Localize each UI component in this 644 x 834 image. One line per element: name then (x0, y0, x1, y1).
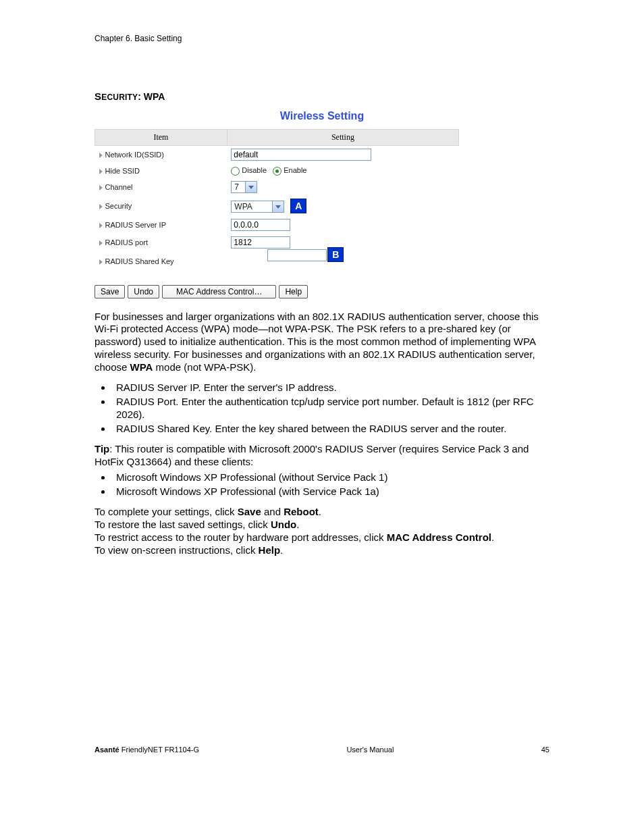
section-suffix: WPA (144, 91, 165, 102)
action-bold: Save (238, 506, 261, 517)
wireless-setting-screenshot: Wireless Setting Item Setting Network ID… (95, 107, 549, 298)
svg-marker-0 (248, 186, 254, 189)
arrow-icon (99, 185, 103, 190)
action-bold: Help (259, 544, 281, 556)
svg-marker-1 (275, 205, 281, 209)
action-text: and (261, 506, 284, 517)
action-text: To view on-screen instructions, click (95, 544, 259, 556)
action-text: To complete your settings, click (95, 506, 238, 517)
label-radius-ip: RADIUS Server IP (105, 221, 166, 229)
radio-disable-label: Disable (242, 166, 267, 174)
row-ssid: Network ID(SSID) (95, 146, 459, 164)
label-radius-port: RADIUS port (105, 238, 149, 246)
ssid-input[interactable] (231, 149, 371, 161)
action-bold: Undo (271, 519, 296, 530)
page-footer: Asanté FriendlyNET FR1104-G User's Manua… (95, 746, 549, 754)
undo-button[interactable]: Undo (128, 285, 159, 298)
arrow-icon (99, 223, 103, 228)
row-channel: Channel 7 (95, 178, 459, 196)
col-setting: Setting (227, 130, 458, 146)
chapter-header: Chapter 6. Basic Setting (95, 34, 549, 43)
arrow-icon (99, 169, 103, 174)
label-hide-ssid: Hide SSID (105, 167, 140, 175)
actions-block: To complete your settings, click Save an… (95, 506, 549, 556)
arrow-icon (99, 153, 103, 158)
list-item: RADIUS Server IP. Enter the server's IP … (112, 382, 549, 394)
radio-disable[interactable] (231, 167, 240, 176)
arrow-icon (99, 240, 103, 246)
row-security: Security WPA A (95, 196, 459, 216)
list-item: Microsoft Windows XP Professional (witho… (112, 471, 549, 484)
action-text: . (319, 506, 321, 517)
action-text: . (296, 519, 299, 530)
radius-ip-input[interactable] (231, 219, 290, 231)
paragraph-wpa-desc: For businesses and larger organizations … (95, 311, 549, 374)
ws-title: Wireless Setting (95, 107, 549, 122)
list-item: Microsoft Windows XP Professional (with … (112, 486, 549, 498)
footer-center: User's Manual (346, 746, 394, 754)
ws-table: Item Setting Network ID(SSID) Hide SSID … (95, 129, 459, 271)
action-text: . (280, 544, 283, 556)
tip-label: Tip (95, 443, 109, 454)
security-select[interactable]: WPA (231, 201, 284, 213)
list-item: RADIUS Shared Key. Enter the key shared … (112, 423, 549, 436)
action-bold: Reboot (284, 506, 319, 517)
footer-brand-rest: FriendlyNET FR1104-G (119, 746, 199, 754)
label-ssid: Network ID(SSID) (105, 151, 164, 159)
mac-address-control-button[interactable]: MAC Address Control… (162, 285, 276, 298)
para1-tail: mode (not WPA-PSK). (153, 361, 256, 373)
action-text: To restrict access to the router by hard… (95, 531, 387, 543)
action-text: To restore the last saved settings, clic… (95, 519, 271, 530)
channel-value: 7 (232, 182, 245, 192)
row-hide-ssid: Hide SSID Disable Enable (95, 163, 459, 178)
list-item: RADIUS Port. Enter the authentication tc… (112, 396, 549, 421)
section-prefix: SECURITY (95, 92, 138, 102)
save-button[interactable]: Save (95, 285, 125, 298)
help-button[interactable]: Help (279, 285, 308, 298)
channel-select[interactable]: 7 (231, 181, 257, 193)
row-radius-ip: RADIUS Server IP (95, 216, 459, 234)
label-radius-key: RADIUS Shared Key (105, 257, 174, 265)
row-radius-key: RADIUS Shared Key B (95, 251, 459, 271)
radius-port-input[interactable] (231, 236, 290, 249)
radius-fields-list: RADIUS Server IP. Enter the server's IP … (112, 382, 549, 435)
clients-list: Microsoft Windows XP Professional (witho… (112, 471, 549, 498)
callout-a: A (290, 199, 306, 213)
arrow-icon (99, 204, 103, 209)
chevron-down-icon (272, 201, 284, 212)
chevron-down-icon (245, 182, 257, 192)
radio-enable[interactable] (273, 167, 281, 176)
arrow-icon (99, 259, 103, 265)
footer-page: 45 (541, 746, 549, 754)
radio-enable-label: Enable (284, 166, 306, 174)
security-value: WPA (232, 201, 272, 212)
action-text: . (491, 531, 494, 543)
action-bold: MAC Address Control (387, 531, 491, 543)
footer-brand-bold: Asanté (95, 746, 119, 754)
para1-bold: WPA (130, 361, 153, 373)
tip-paragraph: Tip: This router is compatible with Micr… (95, 443, 549, 469)
callout-b: B (327, 247, 344, 262)
button-row: Save Undo MAC Address Control… Help (95, 285, 549, 298)
radius-key-input[interactable] (267, 249, 327, 261)
col-item: Item (95, 130, 227, 146)
section-colon: : (138, 91, 144, 102)
label-security: Security (105, 202, 132, 210)
section-title: SECURITY: WPA (95, 90, 549, 102)
tip-text: : This router is compatible with Microso… (95, 443, 529, 467)
label-channel: Channel (105, 183, 133, 191)
